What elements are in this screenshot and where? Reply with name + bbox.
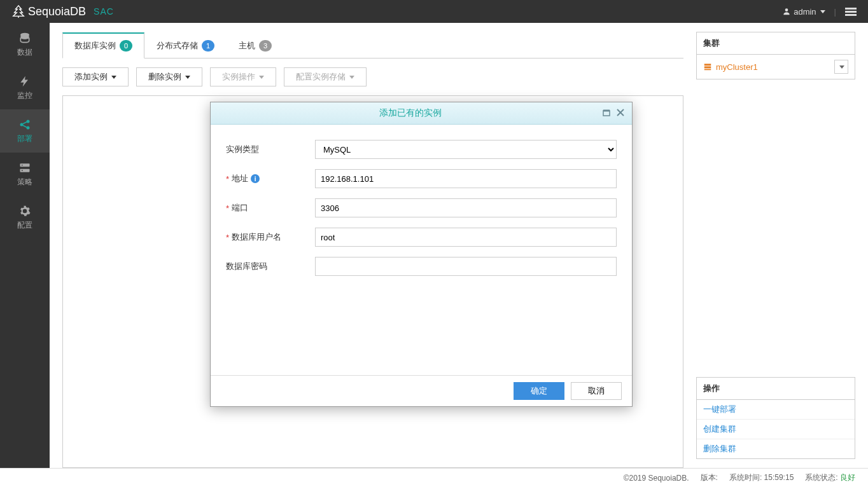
modal-title: 添加已有的实例 (218, 107, 603, 119)
tabs: 数据库实例 0 分布式存储 1 主机 3 (62, 32, 683, 58)
share-icon (18, 118, 31, 131)
tab-badge: 3 (259, 40, 272, 51)
actions-panel: 操作 一键部署 创建集群 删除集群 (696, 377, 855, 459)
label-instance-type: 实例类型 (226, 144, 315, 155)
svg-rect-4 (845, 14, 857, 16)
modal-footer: 确定 取消 (211, 375, 632, 406)
svg-rect-9 (20, 163, 30, 167)
add-instance-modal: 添加已有的实例 实例类型 MySQL *地址 i (210, 102, 633, 407)
port-input[interactable] (315, 198, 617, 217)
caret-down-icon (349, 76, 354, 79)
db-user-input[interactable] (315, 228, 617, 247)
label-db-password: 数据库密码 (226, 261, 315, 272)
cluster-dropdown[interactable] (834, 60, 848, 74)
svg-rect-2 (845, 8, 857, 10)
bolt-icon (18, 75, 31, 88)
tab-label: 主机 (239, 40, 255, 51)
svg-point-11 (22, 165, 23, 166)
cluster-name-text: myCluster1 (716, 62, 758, 72)
tab-label: 分布式存储 (157, 40, 198, 51)
close-icon (617, 109, 624, 116)
server-icon (18, 161, 31, 174)
nav-data[interactable]: 数据 (0, 23, 50, 66)
cluster-row: myCluster1 (703, 60, 848, 74)
action-create-cluster[interactable]: 创建集群 (697, 419, 855, 439)
svg-rect-15 (704, 69, 711, 71)
cluster-icon (703, 62, 712, 71)
nav-deploy[interactable]: 部署 (0, 109, 50, 153)
svg-point-6 (20, 123, 24, 126)
topbar-right: admin | (782, 7, 857, 17)
caret-down-icon (111, 76, 116, 79)
main-right: 集群 myCluster1 操作 一键部署 创建集群 (696, 32, 855, 468)
maximize-icon (603, 109, 610, 116)
version-label: 版本: (701, 472, 718, 483)
brand-sub: SAC (94, 6, 114, 17)
user-name: admin (794, 7, 816, 17)
label-db-user: *数据库用户名 (226, 231, 315, 243)
user-menu[interactable]: admin (782, 7, 825, 17)
instance-type-select[interactable]: MySQL (315, 140, 617, 159)
nav-label: 数据 (17, 47, 32, 58)
add-instance-button[interactable]: 添加实例 (62, 67, 129, 86)
brand-text: SequoiaDB (28, 5, 86, 18)
svg-rect-14 (704, 66, 711, 68)
nav-monitor[interactable]: 监控 (0, 66, 50, 109)
action-list: 一键部署 创建集群 删除集群 (697, 400, 855, 458)
settings-menu-button[interactable] (845, 7, 857, 16)
ok-button[interactable]: 确定 (514, 382, 564, 400)
info-icon[interactable]: i (251, 174, 260, 183)
label-port: *端口 (226, 202, 315, 214)
nav-label: 配置 (17, 220, 32, 231)
svg-point-1 (785, 8, 788, 11)
cancel-button[interactable]: 取消 (571, 382, 622, 400)
tree-icon (11, 4, 25, 18)
database-icon (18, 32, 31, 45)
tab-badge: 1 (202, 40, 214, 51)
tab-host[interactable]: 主机 3 (227, 32, 284, 58)
system-status: 系统状态: 良好 (805, 472, 855, 483)
nav-strategy[interactable]: 策略 (0, 153, 50, 196)
brand-logo[interactable]: SequoiaDB SAC (11, 4, 114, 18)
nav-config[interactable]: 配置 (0, 196, 50, 239)
tab-db-instance[interactable]: 数据库实例 0 (62, 32, 144, 58)
gear-icon (18, 205, 31, 217)
tab-distributed-storage[interactable]: 分布式存储 1 (144, 32, 227, 58)
modal-controls (603, 108, 624, 118)
svg-rect-13 (704, 64, 711, 65)
cluster-panel: 集群 myCluster1 (696, 32, 855, 79)
svg-point-12 (22, 170, 23, 171)
tab-label: 数据库实例 (74, 40, 116, 51)
modal-close-button[interactable] (617, 108, 624, 118)
delete-instance-button[interactable]: 删除实例 (136, 67, 202, 86)
user-icon (782, 7, 791, 16)
action-delete-cluster[interactable]: 删除集群 (697, 439, 855, 458)
svg-rect-3 (845, 11, 857, 13)
label-address: *地址 i (226, 173, 315, 184)
svg-rect-10 (20, 168, 30, 172)
modal-header: 添加已有的实例 (211, 102, 632, 125)
nav-label: 监控 (17, 90, 32, 101)
system-time: 系统时间: 15:59:15 (729, 472, 794, 483)
left-nav: 数据 监控 部署 策略 配置 (0, 23, 50, 468)
nav-label: 部署 (17, 134, 32, 144)
modal-body: 实例类型 MySQL *地址 i *端口 *数据库用户名 数据库密码 (211, 125, 632, 375)
caret-down-icon (185, 76, 190, 79)
top-bar: SequoiaDB SAC admin | (0, 0, 868, 23)
caret-down-icon (820, 10, 825, 13)
toolbar: 添加实例 删除实例 实例操作 配置实例存储 (62, 58, 683, 95)
menu-icon (845, 7, 857, 16)
db-password-input[interactable] (315, 257, 617, 276)
action-one-click-deploy[interactable]: 一键部署 (697, 400, 855, 419)
panel-title: 集群 (697, 32, 855, 55)
caret-down-icon (839, 65, 844, 69)
copyright: ©2019 SequoiaDB. (624, 474, 689, 483)
caret-down-icon (259, 76, 264, 79)
address-input[interactable] (315, 169, 617, 188)
modal-maximize-button[interactable] (603, 108, 610, 118)
cluster-link[interactable]: myCluster1 (703, 62, 758, 72)
config-storage-button[interactable]: 配置实例存储 (284, 67, 367, 86)
divider: | (834, 7, 836, 17)
instance-ops-button[interactable]: 实例操作 (210, 67, 276, 86)
svg-point-7 (27, 120, 30, 123)
